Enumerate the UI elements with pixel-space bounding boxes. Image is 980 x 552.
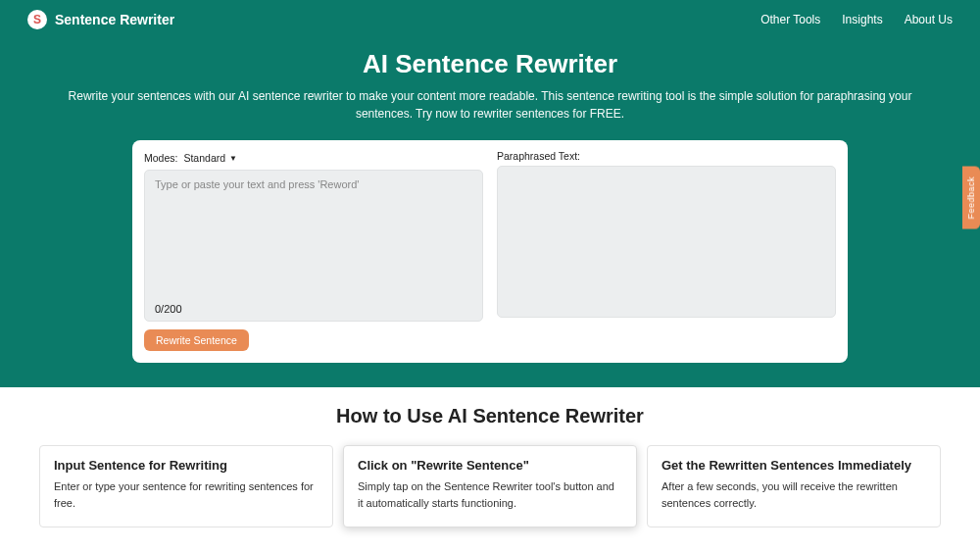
brand[interactable]: S Sentence Rewriter bbox=[27, 10, 174, 29]
hero-section: S Sentence Rewriter Other Tools Insights… bbox=[0, 0, 980, 387]
page-title: AI Sentence Rewriter bbox=[0, 49, 980, 79]
mode-dropdown[interactable]: Standard ▼ bbox=[183, 152, 237, 164]
modes-label: Modes: bbox=[144, 152, 177, 164]
nav-links: Other Tools Insights About Us bbox=[760, 13, 953, 26]
word-count: 0/200 bbox=[155, 303, 182, 315]
brand-logo-icon: S bbox=[27, 10, 47, 29]
feedback-tab[interactable]: Feedback bbox=[962, 167, 980, 229]
nav-other-tools[interactable]: Other Tools bbox=[760, 13, 820, 26]
howto-card-heading: Input Sentence for Rewriting bbox=[54, 458, 318, 473]
chevron-down-icon: ▼ bbox=[229, 154, 237, 163]
nav-insights[interactable]: Insights bbox=[842, 13, 882, 26]
output-label: Paraphrased Text: bbox=[497, 150, 836, 166]
topbar: S Sentence Rewriter Other Tools Insights… bbox=[0, 0, 980, 39]
howto-card-2: Click on "Rewrite Sentence" Simply tap o… bbox=[343, 445, 637, 527]
output-column: Paraphrased Text: bbox=[497, 150, 836, 351]
howto-cards: Input Sentence for Rewriting Enter or ty… bbox=[39, 445, 941, 527]
brand-name: Sentence Rewriter bbox=[55, 12, 174, 27]
page-subtitle: Rewrite your sentences with our AI sente… bbox=[59, 87, 921, 123]
howto-card-1: Input Sentence for Rewriting Enter or ty… bbox=[39, 445, 333, 527]
howto-card-heading: Click on "Rewrite Sentence" bbox=[358, 458, 622, 473]
mode-selected: Standard bbox=[183, 152, 225, 164]
output-textarea bbox=[497, 166, 836, 318]
howto-card-heading: Get the Rewritten Sentences Immediately bbox=[662, 458, 926, 473]
howto-card-body: Simply tap on the Sentence Rewriter tool… bbox=[358, 478, 622, 511]
rewrite-button[interactable]: Rewrite Sentence bbox=[144, 329, 249, 351]
tool-card: Modes: Standard ▼ Type or paste your tex… bbox=[132, 140, 848, 363]
modes-row: Modes: Standard ▼ bbox=[144, 150, 483, 166]
howto-title: How to Use AI Sentence Rewriter bbox=[39, 405, 941, 427]
howto-card-body: After a few seconds, you will receive th… bbox=[662, 478, 926, 511]
nav-about[interactable]: About Us bbox=[905, 13, 953, 26]
howto-card-body: Enter or type your sentence for rewritin… bbox=[54, 478, 318, 511]
howto-section: How to Use AI Sentence Rewriter Input Se… bbox=[0, 387, 980, 537]
input-placeholder: Type or paste your text and press 'Rewor… bbox=[155, 178, 359, 190]
howto-card-3: Get the Rewritten Sentences Immediately … bbox=[647, 445, 941, 527]
input-column: Modes: Standard ▼ Type or paste your tex… bbox=[144, 150, 483, 351]
input-textarea[interactable]: Type or paste your text and press 'Rewor… bbox=[144, 170, 483, 322]
